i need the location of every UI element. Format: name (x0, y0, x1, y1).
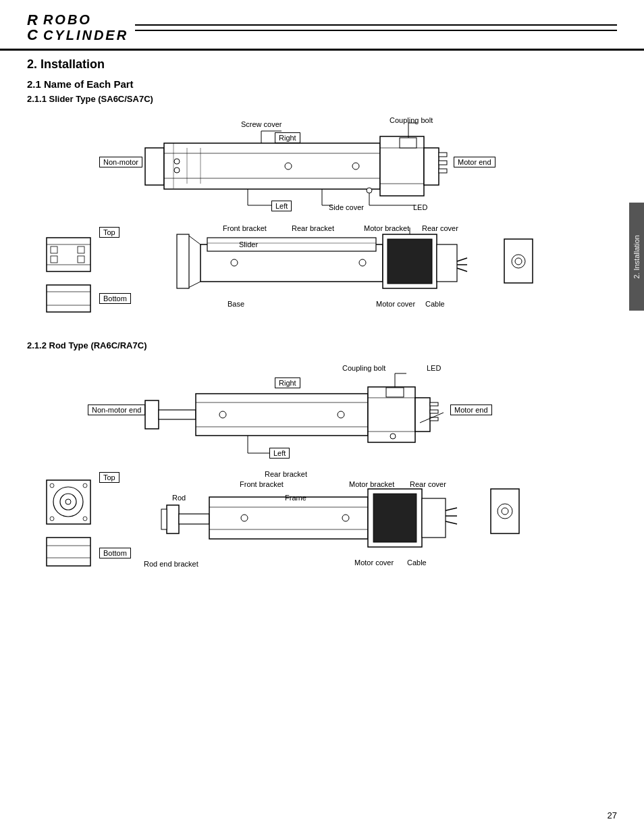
motor-end-label-box: Motor end (454, 157, 495, 167)
front-bracket-label: Front bracket (223, 224, 267, 232)
svg-rect-34 (78, 246, 84, 253)
subsection-title: 2.1 Name of Each Part (27, 78, 617, 90)
rod-led-label: LED (427, 364, 441, 372)
svg-point-85 (50, 517, 54, 521)
svg-line-101 (446, 508, 457, 511)
svg-rect-33 (51, 246, 57, 253)
svg-point-9 (285, 163, 292, 170)
motor-cover-label: Motor cover (376, 300, 415, 308)
rod-top-label-box: Top (99, 472, 119, 483)
logo-r-letter: R (27, 13, 38, 28)
header-line-bottom (135, 30, 617, 31)
svg-rect-92 (179, 514, 209, 524)
svg-rect-18 (439, 169, 447, 173)
svg-rect-100 (422, 498, 446, 538)
svg-point-43 (231, 259, 238, 266)
rod-frame-label: Frame (285, 494, 306, 502)
svg-point-84 (83, 484, 87, 488)
svg-rect-30 (47, 238, 90, 271)
svg-rect-70 (415, 398, 430, 432)
rod-motor-cover-label: Motor cover (354, 558, 394, 567)
side-tab: 2. Installation (629, 203, 644, 311)
header-line-top (135, 24, 617, 26)
svg-point-63 (219, 411, 226, 418)
right-label-box: Right (275, 132, 300, 143)
led-label: LED (413, 203, 427, 211)
page-number: 27 (608, 810, 617, 820)
side-tab-text: 2. Installation (633, 235, 641, 279)
svg-rect-37 (47, 285, 90, 312)
svg-point-64 (338, 411, 344, 418)
slider-exploded-svg (146, 224, 592, 319)
svg-point-8 (174, 167, 180, 173)
rod-diagram: Coupling bolt LED Right Non-motor end Mo… (32, 359, 612, 575)
base-label: Base (227, 300, 244, 308)
svg-rect-17 (439, 161, 447, 165)
rod-front-bracket-label: Front bracket (240, 480, 284, 488)
page-header: R C ROBO CYLINDER (0, 0, 644, 51)
svg-rect-1 (164, 143, 380, 189)
cable-label: Cable (425, 300, 445, 308)
slider-type-title: 2.1.1 Slider Type (SA6C/SA7C) (27, 94, 617, 104)
svg-line-55 (457, 258, 467, 261)
rear-bracket-label: Rear bracket (292, 224, 334, 232)
logo-cylinder: CYLINDER (43, 28, 128, 43)
svg-point-52 (515, 258, 522, 265)
slider-label: Slider (239, 240, 258, 249)
svg-rect-59 (159, 410, 196, 419)
svg-point-69 (390, 434, 396, 439)
rod-right-label-box: Right (275, 377, 300, 388)
slider-topbottom-svg (32, 224, 106, 319)
side-cover-label: Side cover (329, 203, 364, 211)
logo-text: ROBO CYLINDER (43, 12, 128, 43)
svg-rect-54 (437, 244, 457, 282)
screw-cover-label: Screw cover (241, 120, 282, 128)
svg-rect-0 (145, 148, 164, 185)
rod-non-motor-end-label-box: Non-motor end (88, 405, 145, 415)
slider-diagram: Screw cover Coupling bolt Right Non-moto… (32, 111, 612, 320)
logo-c-letter: C (27, 28, 38, 43)
svg-point-106 (502, 508, 508, 515)
svg-rect-35 (51, 256, 57, 263)
svg-rect-72 (430, 410, 438, 413)
svg-point-96 (241, 515, 248, 521)
motor-bracket-label: Motor bracket (364, 224, 409, 232)
logo-rc: R C (27, 13, 38, 43)
svg-rect-16 (439, 153, 447, 157)
svg-point-19 (367, 188, 372, 193)
svg-rect-68 (386, 388, 404, 397)
rod-end-bracket-label: Rod end bracket (144, 560, 198, 568)
rod-bottom-label-box: Bottom (99, 548, 131, 558)
non-motor-label-box: Non-motor (99, 157, 142, 167)
rod-left-label-box: Left (269, 448, 290, 459)
svg-rect-49 (387, 239, 432, 284)
svg-rect-58 (145, 400, 159, 429)
page-content: 2. Installation 2.1 Name of Each Part 2.… (0, 51, 644, 602)
logo-robo: ROBO (43, 12, 128, 28)
rod-topbottom-svg (32, 470, 106, 571)
rod-motor-bracket-label: Motor bracket (349, 480, 394, 488)
svg-rect-36 (78, 256, 84, 263)
svg-rect-41 (207, 238, 376, 251)
svg-rect-14 (400, 138, 417, 148)
svg-point-44 (359, 259, 366, 266)
svg-rect-91 (161, 509, 167, 529)
main-section-title: 2. Installation (27, 57, 617, 72)
svg-rect-90 (167, 505, 179, 533)
svg-rect-71 (430, 402, 438, 406)
coupling-bolt-label: Coupling bolt (390, 116, 433, 124)
rod-motor-end-label-box: Motor end (450, 405, 492, 415)
svg-rect-15 (424, 148, 439, 185)
rod-rear-bracket-label: Rear bracket (265, 470, 307, 478)
svg-rect-99 (373, 494, 417, 542)
svg-rect-47 (177, 234, 189, 288)
svg-line-57 (457, 268, 467, 271)
svg-point-97 (342, 515, 349, 521)
rod-rod-label: Rod (172, 494, 186, 502)
rear-cover-label: Rear cover (422, 224, 458, 232)
svg-point-82 (65, 499, 71, 504)
top-label-box: Top (99, 227, 119, 238)
svg-point-86 (83, 517, 87, 521)
svg-point-7 (174, 159, 180, 164)
slider-side-view-svg (32, 111, 612, 226)
